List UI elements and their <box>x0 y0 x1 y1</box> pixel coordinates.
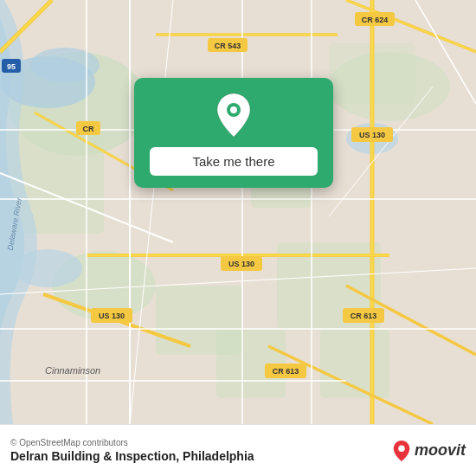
take-me-there-button[interactable]: Take me there <box>150 147 318 176</box>
attribution-text: © OpenStreetMap contributors <box>10 438 254 447</box>
popup-card: Take me there <box>134 78 333 188</box>
moovit-logo: moovit <box>392 440 466 462</box>
moovit-text: moovit <box>415 441 466 460</box>
svg-point-13 <box>13 249 82 287</box>
svg-text:Cinnaminson: Cinnaminson <box>45 365 100 376</box>
moovit-pin-icon <box>392 440 411 462</box>
svg-text:US 130: US 130 <box>359 131 385 139</box>
svg-text:CR 624: CR 624 <box>362 16 389 24</box>
location-pin-icon <box>214 92 254 138</box>
svg-text:US 130: US 130 <box>99 312 125 320</box>
map-container: 95 <box>0 0 476 424</box>
svg-text:CR: CR <box>83 125 94 133</box>
svg-text:CR 543: CR 543 <box>215 42 241 50</box>
svg-text:CR 613: CR 613 <box>273 367 299 376</box>
bottom-left-info: © OpenStreetMap contributors Delran Buil… <box>10 438 254 463</box>
bottom-bar: © OpenStreetMap contributors Delran Buil… <box>0 424 476 476</box>
svg-point-65 <box>230 106 237 113</box>
svg-text:US 130: US 130 <box>228 260 254 268</box>
svg-text:CR 613: CR 613 <box>351 312 377 320</box>
svg-point-66 <box>398 445 404 451</box>
location-title: Delran Building & Inspection, Philadelph… <box>10 449 254 463</box>
svg-point-12 <box>30 48 100 82</box>
svg-text:95: 95 <box>7 62 16 71</box>
map-svg: 95 <box>0 0 476 424</box>
